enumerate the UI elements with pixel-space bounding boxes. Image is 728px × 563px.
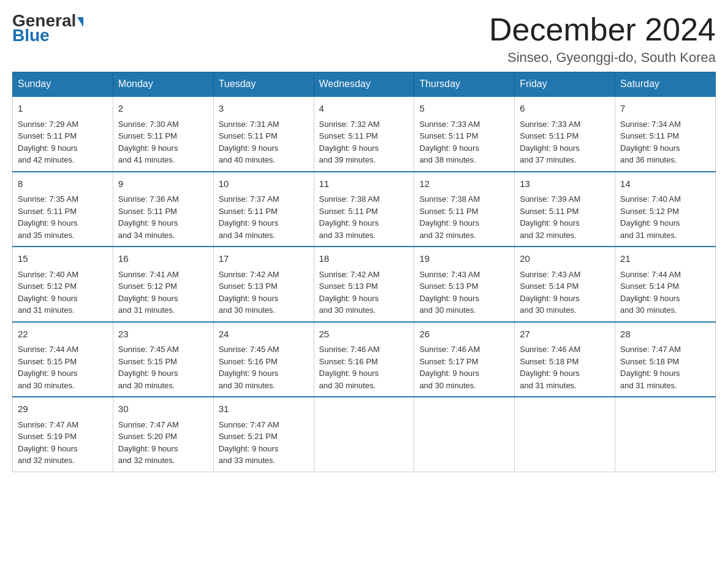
table-row: 25Sunrise: 7:46 AMSunset: 5:16 PMDayligh… <box>314 322 414 397</box>
day-number: 15 <box>18 252 108 266</box>
logo: General Blue <box>12 12 83 44</box>
day-number: 30 <box>118 402 208 416</box>
day-number: 26 <box>419 327 509 342</box>
table-row: 20Sunrise: 7:43 AMSunset: 5:14 PMDayligh… <box>515 247 615 322</box>
day-number: 4 <box>319 102 409 116</box>
day-number: 24 <box>219 327 309 342</box>
table-row: 14Sunrise: 7:40 AMSunset: 5:12 PMDayligh… <box>615 172 716 247</box>
table-row: 8Sunrise: 7:35 AMSunset: 5:11 PMDaylight… <box>13 172 113 247</box>
day-number: 19 <box>419 252 509 266</box>
table-row: 7Sunrise: 7:34 AMSunset: 5:11 PMDaylight… <box>615 96 716 172</box>
location: Sinseo, Gyeonggi-do, South Korea <box>489 50 716 66</box>
day-number: 31 <box>219 402 309 416</box>
table-row <box>314 397 414 472</box>
calendar-week-row: 29Sunrise: 7:47 AMSunset: 5:19 PMDayligh… <box>13 397 716 472</box>
table-row: 4Sunrise: 7:32 AMSunset: 5:11 PMDaylight… <box>314 96 414 172</box>
table-row <box>414 397 515 472</box>
day-number: 20 <box>520 252 610 266</box>
day-number: 18 <box>319 252 409 266</box>
day-number: 27 <box>520 327 610 342</box>
table-row: 10Sunrise: 7:37 AMSunset: 5:11 PMDayligh… <box>213 172 314 247</box>
day-number: 9 <box>118 177 208 191</box>
col-wednesday: Wednesday <box>314 72 414 97</box>
page-header: General Blue December 2024 Sinseo, Gyeon… <box>12 12 716 66</box>
table-row: 13Sunrise: 7:39 AMSunset: 5:11 PMDayligh… <box>515 172 615 247</box>
day-number: 12 <box>419 177 509 191</box>
day-number: 14 <box>620 177 710 191</box>
day-number: 7 <box>620 102 710 116</box>
table-row: 21Sunrise: 7:44 AMSunset: 5:14 PMDayligh… <box>615 247 716 322</box>
day-number: 29 <box>18 402 108 416</box>
table-row: 19Sunrise: 7:43 AMSunset: 5:13 PMDayligh… <box>414 247 515 322</box>
table-row: 17Sunrise: 7:42 AMSunset: 5:13 PMDayligh… <box>213 247 314 322</box>
calendar-week-row: 22Sunrise: 7:44 AMSunset: 5:15 PMDayligh… <box>13 322 716 397</box>
table-row: 29Sunrise: 7:47 AMSunset: 5:19 PMDayligh… <box>13 397 113 472</box>
calendar-week-row: 1Sunrise: 7:29 AMSunset: 5:11 PMDaylight… <box>13 96 716 172</box>
day-number: 8 <box>18 177 108 191</box>
day-number: 21 <box>620 252 710 266</box>
table-row: 15Sunrise: 7:40 AMSunset: 5:12 PMDayligh… <box>13 247 113 322</box>
col-friday: Friday <box>515 72 615 97</box>
table-row <box>515 397 615 472</box>
col-saturday: Saturday <box>615 72 716 97</box>
day-number: 17 <box>219 252 309 266</box>
calendar-header-row: Sunday Monday Tuesday Wednesday Thursday… <box>13 72 716 97</box>
day-number: 22 <box>18 327 108 342</box>
table-row: 18Sunrise: 7:42 AMSunset: 5:13 PMDayligh… <box>314 247 414 322</box>
table-row <box>615 397 716 472</box>
col-tuesday: Tuesday <box>213 72 314 97</box>
table-row: 3Sunrise: 7:31 AMSunset: 5:11 PMDaylight… <box>213 96 314 172</box>
table-row: 5Sunrise: 7:33 AMSunset: 5:11 PMDaylight… <box>414 96 515 172</box>
table-row: 31Sunrise: 7:47 AMSunset: 5:21 PMDayligh… <box>213 397 314 472</box>
day-number: 23 <box>118 327 208 342</box>
table-row: 16Sunrise: 7:41 AMSunset: 5:12 PMDayligh… <box>113 247 213 322</box>
table-row: 26Sunrise: 7:46 AMSunset: 5:17 PMDayligh… <box>414 322 515 397</box>
logo-arrow-icon <box>77 17 83 27</box>
table-row: 24Sunrise: 7:45 AMSunset: 5:16 PMDayligh… <box>213 322 314 397</box>
col-monday: Monday <box>113 72 213 97</box>
col-sunday: Sunday <box>13 72 113 97</box>
table-row: 28Sunrise: 7:47 AMSunset: 5:18 PMDayligh… <box>615 322 716 397</box>
table-row: 11Sunrise: 7:38 AMSunset: 5:11 PMDayligh… <box>314 172 414 247</box>
day-number: 10 <box>219 177 309 191</box>
title-section: December 2024 Sinseo, Gyeonggi-do, South… <box>489 12 716 66</box>
table-row: 2Sunrise: 7:30 AMSunset: 5:11 PMDaylight… <box>113 96 213 172</box>
calendar-week-row: 8Sunrise: 7:35 AMSunset: 5:11 PMDaylight… <box>13 172 716 247</box>
day-number: 2 <box>118 102 208 116</box>
logo-blue: Blue <box>12 27 50 44</box>
day-number: 1 <box>18 102 108 116</box>
day-number: 6 <box>520 102 610 116</box>
table-row: 9Sunrise: 7:36 AMSunset: 5:11 PMDaylight… <box>113 172 213 247</box>
calendar-table: Sunday Monday Tuesday Wednesday Thursday… <box>12 72 716 472</box>
table-row: 23Sunrise: 7:45 AMSunset: 5:15 PMDayligh… <box>113 322 213 397</box>
col-thursday: Thursday <box>414 72 515 97</box>
day-number: 13 <box>520 177 610 191</box>
table-row: 22Sunrise: 7:44 AMSunset: 5:15 PMDayligh… <box>13 322 113 397</box>
day-number: 25 <box>319 327 409 342</box>
day-number: 3 <box>219 102 309 116</box>
calendar-week-row: 15Sunrise: 7:40 AMSunset: 5:12 PMDayligh… <box>13 247 716 322</box>
table-row: 27Sunrise: 7:46 AMSunset: 5:18 PMDayligh… <box>515 322 615 397</box>
table-row: 6Sunrise: 7:33 AMSunset: 5:11 PMDaylight… <box>515 96 615 172</box>
day-number: 28 <box>620 327 710 342</box>
month-title: December 2024 <box>489 12 716 47</box>
table-row: 1Sunrise: 7:29 AMSunset: 5:11 PMDaylight… <box>13 96 113 172</box>
table-row: 30Sunrise: 7:47 AMSunset: 5:20 PMDayligh… <box>113 397 213 472</box>
day-number: 11 <box>319 177 409 191</box>
day-number: 5 <box>419 102 509 116</box>
day-number: 16 <box>118 252 208 266</box>
table-row: 12Sunrise: 7:38 AMSunset: 5:11 PMDayligh… <box>414 172 515 247</box>
